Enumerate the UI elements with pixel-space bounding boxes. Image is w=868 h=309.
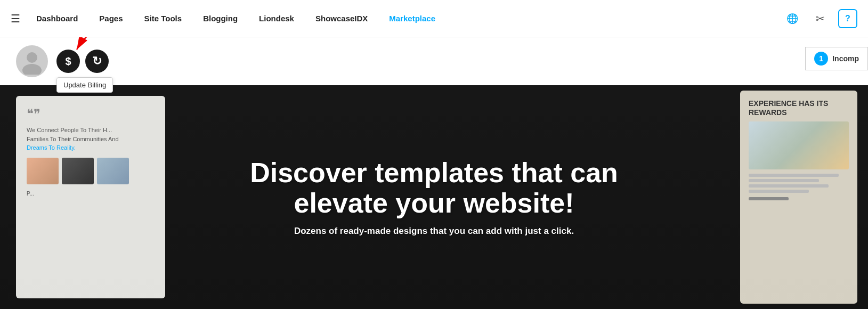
nav-link-showcaseidx[interactable]: ShowcaseIDX <box>315 14 368 23</box>
nav-link-dashboard[interactable]: Dashboard <box>36 14 78 23</box>
profile-actions: $ ↻ Update Billing <box>56 50 109 73</box>
svg-point-1 <box>22 64 42 75</box>
nav-links: Dashboard Pages Site Tools Blogging Lion… <box>36 14 783 23</box>
billing-button[interactable]: $ <box>56 50 80 73</box>
nav-link-site-tools[interactable]: Site Tools <box>144 14 182 23</box>
refresh-button[interactable]: ↻ <box>85 50 109 73</box>
avatar <box>16 45 48 77</box>
nav-link-blogging[interactable]: Blogging <box>203 14 238 23</box>
incomplete-label: Incomp <box>832 54 859 63</box>
nav-link-liondesk[interactable]: Liondesk <box>259 14 294 23</box>
profile-bar: $ ↻ Update Billing 1 Incomp <box>0 37 868 85</box>
hero-content: Discover templates that can elevate your… <box>0 85 868 309</box>
update-billing-tooltip: Update Billing <box>56 77 113 93</box>
globe-icon[interactable]: 🌐 <box>783 9 802 28</box>
nav-right-icons: 🌐 ✂ ? <box>783 9 857 28</box>
incomplete-count: 1 <box>814 52 828 66</box>
nav-link-marketplace[interactable]: Marketplace <box>389 14 435 23</box>
hero-banner: ❝❞ We Connect People To Their H... Famil… <box>0 85 868 309</box>
help-button[interactable]: ? <box>838 9 857 28</box>
hamburger-menu-icon[interactable]: ☰ <box>11 12 20 25</box>
content-area: $ ↻ Update Billing 1 Incomp ❝❞ We Connec… <box>0 37 868 309</box>
nav-link-pages[interactable]: Pages <box>99 14 123 23</box>
hero-title: Discover templates that can elevate your… <box>248 158 621 218</box>
scissors-icon[interactable]: ✂ <box>810 9 830 28</box>
hero-subtitle: Dozens of ready-made designs that you ca… <box>294 226 574 237</box>
incomplete-badge[interactable]: 1 Incomp <box>805 47 868 70</box>
top-navigation: ☰ Dashboard Pages Site Tools Blogging Li… <box>0 0 868 37</box>
svg-point-0 <box>27 52 37 63</box>
